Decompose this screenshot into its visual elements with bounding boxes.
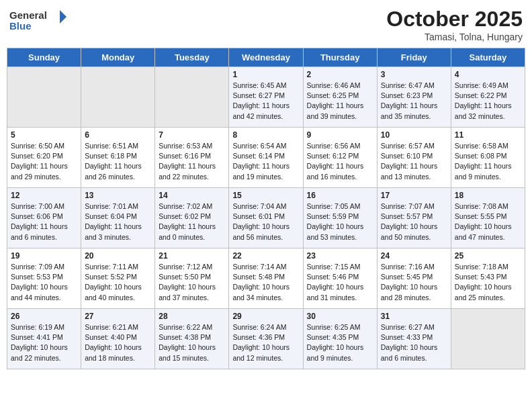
- day-number: 2: [307, 70, 373, 79]
- day-info: Sunrise: 6:47 AMSunset: 6:23 PMDaylight:…: [381, 81, 447, 122]
- day-info: Sunrise: 7:09 AMSunset: 5:53 PMDaylight:…: [11, 262, 77, 303]
- day-info: Sunrise: 7:18 AMSunset: 5:43 PMDaylight:…: [455, 262, 521, 303]
- day-number: 17: [381, 191, 447, 200]
- header-day: Friday: [377, 48, 451, 67]
- logo: General Blue: [9, 7, 70, 34]
- calendar-cell: 10Sunrise: 6:57 AMSunset: 6:10 PMDayligh…: [377, 128, 451, 188]
- day-info: Sunrise: 6:57 AMSunset: 6:10 PMDaylight:…: [381, 141, 447, 182]
- day-info: Sunrise: 7:15 AMSunset: 5:46 PMDaylight:…: [307, 262, 373, 303]
- day-info: Sunrise: 6:49 AMSunset: 6:22 PMDaylight:…: [455, 81, 521, 122]
- calendar-cell: 11Sunrise: 6:58 AMSunset: 6:08 PMDayligh…: [451, 128, 525, 188]
- month-year: October 2025: [386, 7, 523, 32]
- logo-icon: General Blue: [9, 7, 70, 34]
- header-day: Wednesday: [229, 48, 303, 67]
- header-row: SundayMondayTuesdayWednesdayThursdayFrid…: [7, 48, 525, 67]
- svg-text:Blue: Blue: [9, 20, 32, 32]
- day-number: 31: [381, 312, 447, 321]
- calendar-cell: 24Sunrise: 7:16 AMSunset: 5:45 PMDayligh…: [377, 248, 451, 309]
- day-info: Sunrise: 6:50 AMSunset: 6:20 PMDaylight:…: [11, 141, 77, 182]
- calendar-cell: 28Sunrise: 6:22 AMSunset: 4:38 PMDayligh…: [155, 309, 229, 369]
- day-number: 28: [159, 312, 225, 321]
- calendar-cell: 17Sunrise: 7:07 AMSunset: 5:57 PMDayligh…: [377, 188, 451, 248]
- calendar-cell: 15Sunrise: 7:04 AMSunset: 6:01 PMDayligh…: [229, 188, 303, 248]
- day-number: 29: [232, 312, 299, 321]
- day-number: 22: [232, 251, 299, 261]
- calendar-cell: 25Sunrise: 7:18 AMSunset: 5:43 PMDayligh…: [451, 248, 525, 309]
- day-info: Sunrise: 7:07 AMSunset: 5:57 PMDaylight:…: [381, 201, 447, 242]
- day-number: 19: [11, 251, 77, 261]
- calendar-cell: 3Sunrise: 6:47 AMSunset: 6:23 PMDaylight…: [377, 67, 451, 128]
- day-number: 20: [85, 251, 151, 261]
- day-number: 3: [381, 70, 447, 79]
- day-info: Sunrise: 7:12 AMSunset: 5:50 PMDaylight:…: [159, 262, 225, 303]
- day-info: Sunrise: 6:53 AMSunset: 6:16 PMDaylight:…: [159, 141, 225, 182]
- day-info: Sunrise: 7:01 AMSunset: 6:04 PMDaylight:…: [85, 201, 151, 242]
- header-day: Monday: [81, 48, 155, 67]
- calendar-cell: 22Sunrise: 7:14 AMSunset: 5:48 PMDayligh…: [229, 248, 303, 309]
- day-info: Sunrise: 6:54 AMSunset: 6:14 PMDaylight:…: [232, 141, 299, 182]
- day-info: Sunrise: 7:05 AMSunset: 5:59 PMDaylight:…: [307, 201, 373, 242]
- calendar-cell: 18Sunrise: 7:08 AMSunset: 5:55 PMDayligh…: [451, 188, 525, 248]
- day-info: Sunrise: 7:08 AMSunset: 5:55 PMDaylight:…: [455, 201, 521, 242]
- day-info: Sunrise: 7:02 AMSunset: 6:02 PMDaylight:…: [159, 201, 225, 242]
- day-number: 15: [232, 191, 299, 200]
- header-day: Sunday: [7, 48, 81, 67]
- calendar-cell: 26Sunrise: 6:19 AMSunset: 4:41 PMDayligh…: [7, 309, 81, 369]
- calendar-cell: 8Sunrise: 6:54 AMSunset: 6:14 PMDaylight…: [229, 128, 303, 188]
- day-info: Sunrise: 6:56 AMSunset: 6:12 PMDaylight:…: [307, 141, 373, 182]
- day-number: 1: [232, 70, 299, 79]
- day-info: Sunrise: 6:21 AMSunset: 4:40 PMDaylight:…: [85, 322, 151, 363]
- day-number: 9: [307, 130, 373, 140]
- day-number: 16: [307, 191, 373, 200]
- day-info: Sunrise: 6:46 AMSunset: 6:25 PMDaylight:…: [307, 81, 373, 122]
- calendar-cell: 19Sunrise: 7:09 AMSunset: 5:53 PMDayligh…: [7, 248, 81, 309]
- day-number: 11: [455, 130, 521, 140]
- calendar-cell: 30Sunrise: 6:25 AMSunset: 4:35 PMDayligh…: [303, 309, 377, 369]
- calendar-week-row: 12Sunrise: 7:00 AMSunset: 6:06 PMDayligh…: [7, 188, 525, 248]
- day-number: 14: [159, 191, 225, 200]
- calendar-cell: 29Sunrise: 6:24 AMSunset: 4:36 PMDayligh…: [229, 309, 303, 369]
- calendar-cell: 12Sunrise: 7:00 AMSunset: 6:06 PMDayligh…: [7, 188, 81, 248]
- calendar-cell: 20Sunrise: 7:11 AMSunset: 5:52 PMDayligh…: [81, 248, 155, 309]
- day-info: Sunrise: 6:24 AMSunset: 4:36 PMDaylight:…: [232, 322, 299, 363]
- day-number: 4: [455, 70, 521, 79]
- calendar-cell: 4Sunrise: 6:49 AMSunset: 6:22 PMDaylight…: [451, 67, 525, 128]
- day-number: 8: [232, 130, 299, 140]
- day-info: Sunrise: 7:11 AMSunset: 5:52 PMDaylight:…: [85, 262, 151, 303]
- day-info: Sunrise: 6:51 AMSunset: 6:18 PMDaylight:…: [85, 141, 151, 182]
- calendar-cell: 23Sunrise: 7:15 AMSunset: 5:46 PMDayligh…: [303, 248, 377, 309]
- day-number: 21: [159, 251, 225, 261]
- day-number: 23: [307, 251, 373, 261]
- day-number: 18: [455, 191, 521, 200]
- day-number: 24: [381, 251, 447, 261]
- calendar-cell: 5Sunrise: 6:50 AMSunset: 6:20 PMDaylight…: [7, 128, 81, 188]
- calendar-cell: [451, 309, 525, 369]
- day-info: Sunrise: 7:16 AMSunset: 5:45 PMDaylight:…: [381, 262, 447, 303]
- calendar-cell: [155, 67, 229, 128]
- calendar-week-row: 5Sunrise: 6:50 AMSunset: 6:20 PMDaylight…: [7, 128, 525, 188]
- calendar-cell: 7Sunrise: 6:53 AMSunset: 6:16 PMDaylight…: [155, 128, 229, 188]
- day-number: 7: [159, 130, 225, 140]
- day-info: Sunrise: 6:27 AMSunset: 4:33 PMDaylight:…: [381, 322, 447, 363]
- day-number: 13: [85, 191, 151, 200]
- title-block: October 2025 Tamasi, Tolna, Hungary: [386, 7, 523, 42]
- calendar-cell: 21Sunrise: 7:12 AMSunset: 5:50 PMDayligh…: [155, 248, 229, 309]
- calendar-cell: 16Sunrise: 7:05 AMSunset: 5:59 PMDayligh…: [303, 188, 377, 248]
- calendar-cell: 9Sunrise: 6:56 AMSunset: 6:12 PMDaylight…: [303, 128, 377, 188]
- day-info: Sunrise: 6:22 AMSunset: 4:38 PMDaylight:…: [159, 322, 225, 363]
- header-day: Tuesday: [155, 48, 229, 67]
- calendar-cell: 2Sunrise: 6:46 AMSunset: 6:25 PMDaylight…: [303, 67, 377, 128]
- day-number: 26: [11, 312, 77, 321]
- location: Tamasi, Tolna, Hungary: [386, 32, 523, 42]
- calendar-week-row: 19Sunrise: 7:09 AMSunset: 5:53 PMDayligh…: [7, 248, 525, 309]
- calendar-cell: 31Sunrise: 6:27 AMSunset: 4:33 PMDayligh…: [377, 309, 451, 369]
- calendar-week-row: 26Sunrise: 6:19 AMSunset: 4:41 PMDayligh…: [7, 309, 525, 369]
- day-info: Sunrise: 6:58 AMSunset: 6:08 PMDaylight:…: [455, 141, 521, 182]
- calendar-cell: 6Sunrise: 6:51 AMSunset: 6:18 PMDaylight…: [81, 128, 155, 188]
- calendar-cell: [81, 67, 155, 128]
- day-info: Sunrise: 7:04 AMSunset: 6:01 PMDaylight:…: [232, 201, 299, 242]
- day-info: Sunrise: 7:00 AMSunset: 6:06 PMDaylight:…: [11, 201, 77, 242]
- day-number: 5: [11, 130, 77, 140]
- day-info: Sunrise: 6:25 AMSunset: 4:35 PMDaylight:…: [307, 322, 373, 363]
- day-number: 27: [85, 312, 151, 321]
